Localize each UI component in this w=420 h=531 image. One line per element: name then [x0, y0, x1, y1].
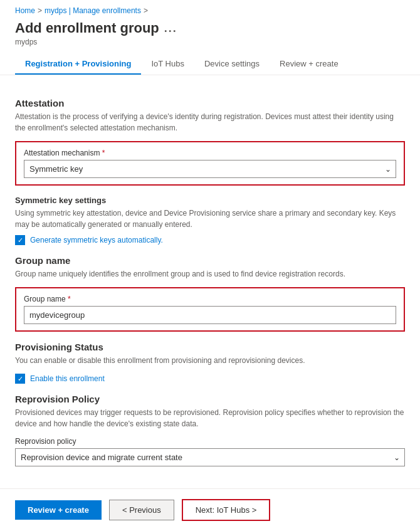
page-header: Add enrollment group ... mydps: [0, 18, 420, 46]
breadcrumb: Home > mydps | Manage enrollments >: [0, 0, 420, 18]
page-title: Add enrollment group: [15, 20, 159, 36]
reprovision-desc: Provisioned devices may trigger requests…: [15, 407, 405, 429]
attestation-desc: Attestation is the process of verifying …: [15, 111, 405, 134]
group-name-desc: Group name uniquely identifies the enrol…: [15, 268, 405, 280]
symmetric-key-desc: Using symmetric key attestation, device …: [15, 208, 405, 230]
group-name-required: *: [68, 295, 71, 303]
attestation-mechanism-group: Attestation mechanism * Symmetric key X.…: [15, 141, 405, 186]
breadcrumb-sep2: >: [144, 6, 148, 15]
enable-checkmark-icon: ✓: [18, 376, 23, 382]
provisioning-status-desc: You can enable or disable this enrollmen…: [15, 355, 405, 366]
provisioning-status-section: Provisioning Status You can enable or di…: [15, 342, 405, 384]
attestation-mechanism-select-wrapper[interactable]: Symmetric key X.509 certificates TPM ⌄: [24, 160, 396, 178]
group-name-section: Group name Group name uniquely identifie…: [15, 255, 405, 332]
tab-registration-provisioning[interactable]: Registration + Provisioning: [15, 54, 141, 75]
group-name-title: Group name: [15, 255, 405, 266]
symmetric-key-title: Symmetric key settings: [15, 196, 405, 205]
attestation-mechanism-label: Attestation mechanism *: [24, 149, 396, 157]
group-name-label: Group name *: [24, 295, 396, 303]
checkmark-icon: ✓: [18, 237, 23, 244]
previous-button[interactable]: < Previous: [109, 500, 174, 520]
group-name-input[interactable]: [24, 306, 396, 324]
attestation-mechanism-select[interactable]: Symmetric key X.509 certificates TPM: [24, 160, 396, 178]
breadcrumb-mydps[interactable]: mydps | Manage enrollments: [45, 6, 141, 15]
generate-keys-label: Generate symmetric keys automatically.: [30, 236, 163, 244]
breadcrumb-home[interactable]: Home: [15, 6, 35, 15]
group-name-field-group: Group name *: [15, 287, 405, 332]
tab-review-create[interactable]: Review + create: [270, 54, 349, 75]
reprovision-select-wrapper[interactable]: Reprovision device and migrate current s…: [15, 448, 405, 466]
required-marker: *: [102, 149, 105, 157]
reprovision-title: Reprovision Policy: [15, 394, 405, 404]
enable-enrollment-checkbox-row[interactable]: ✓ Enable this enrollment: [15, 374, 405, 384]
page-subtitle: mydps: [15, 38, 405, 46]
generate-keys-checkbox-row[interactable]: ✓ Generate symmetric keys automatically.: [15, 235, 405, 245]
main-content: Attestation Attestation is the process o…: [0, 75, 420, 531]
reprovision-policy-select[interactable]: Reprovision device and migrate current s…: [15, 448, 405, 466]
attestation-section: Attestation Attestation is the process o…: [15, 98, 405, 245]
generate-keys-checkbox[interactable]: ✓: [15, 235, 25, 245]
reprovision-policy-section: Reprovision Policy Provisioned devices m…: [15, 394, 405, 466]
enable-enrollment-checkbox[interactable]: ✓: [15, 374, 25, 384]
attestation-title: Attestation: [15, 98, 405, 108]
review-create-button[interactable]: Review + create: [15, 500, 102, 520]
ellipsis-button[interactable]: ...: [164, 22, 177, 35]
tabs-nav: Registration + Provisioning IoT Hubs Dev…: [0, 46, 420, 75]
symmetric-key-settings: Symmetric key settings Using symmetric k…: [15, 196, 405, 245]
tab-iot-hubs[interactable]: IoT Hubs: [141, 54, 194, 75]
provisioning-status-title: Provisioning Status: [15, 342, 405, 352]
breadcrumb-sep1: >: [38, 6, 42, 15]
footer-actions: Review + create < Previous Next: IoT Hub…: [0, 488, 420, 531]
tab-device-settings[interactable]: Device settings: [194, 54, 270, 75]
reprovision-policy-label: Reprovision policy: [15, 437, 405, 446]
next-iot-hubs-button[interactable]: Next: IoT Hubs >: [182, 499, 271, 521]
enable-enrollment-label: Enable this enrollment: [30, 374, 105, 383]
